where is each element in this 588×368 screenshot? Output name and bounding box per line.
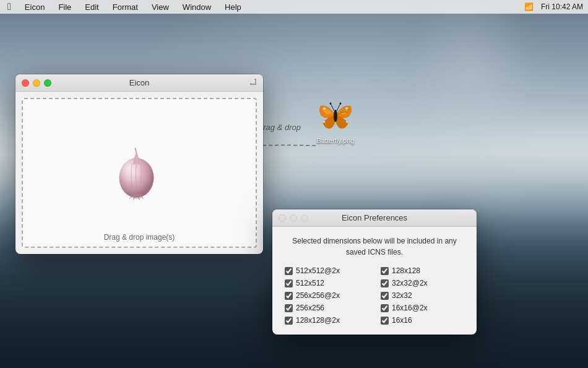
prefs-title: Eicon Preferences [342,213,407,222]
checkbox-4[interactable] [285,292,293,300]
svg-point-13 [330,103,332,105]
checkbox-item-8[interactable]: 128x128@2x [285,316,368,325]
prefs-checkboxes: 512x512@2x128x128512x51232x32@2x256x256@… [285,266,464,325]
checkbox-label-9: 16x16 [392,316,412,325]
eicon-window: Eicon [15,74,263,254]
menu-view[interactable]: View [149,1,171,13]
checkbox-label-8: 128x128@2x [296,316,340,325]
resize-icon[interactable] [249,78,258,87]
menu-file[interactable]: File [56,1,74,13]
butterfly-svg [318,99,353,133]
svg-line-2 [136,148,137,153]
apple-menu[interactable]:  [5,0,14,14]
close-button[interactable] [22,79,29,87]
prefs-close[interactable] [279,214,286,222]
menu-window[interactable]: Window [180,1,214,13]
prefs-traffic-lights [279,214,308,222]
prefs-content: Selected dimensions below will be includ… [272,227,477,325]
checkbox-item-1[interactable]: 128x128 [381,266,464,275]
garlic-image [109,142,165,204]
eicon-content[interactable]: Drag & drop image(s) [15,92,263,254]
checkbox-item-0[interactable]: 512x512@2x [285,266,368,275]
svg-point-3 [131,194,143,199]
checkbox-2[interactable] [285,279,293,287]
maximize-button[interactable] [44,79,51,87]
svg-point-14 [340,103,342,105]
svg-point-12 [334,110,337,122]
checkbox-3[interactable] [381,279,389,287]
menu-format[interactable]: Format [110,1,141,13]
checkbox-item-3[interactable]: 32x32@2x [381,279,464,287]
svg-point-11 [324,121,326,123]
checkbox-item-5[interactable]: 32x32 [381,291,464,300]
checkbox-label-2: 512x512 [296,279,324,287]
checkbox-label-3: 32x32@2x [392,279,428,287]
checkbox-item-6[interactable]: 256x256 [285,304,368,312]
svg-point-8 [345,107,348,110]
checkbox-5[interactable] [381,292,389,300]
prefs-minimize[interactable] [290,214,297,222]
drop-hint: Drag & drop image(s) [23,233,256,242]
minimize-button[interactable] [33,79,40,87]
checkbox-item-4[interactable]: 256x256@2x [285,291,368,300]
drop-zone[interactable]: Drag & drop image(s) [22,98,257,248]
menu-eicon[interactable]: Eicon [22,1,48,13]
checkbox-label-5: 32x32 [392,291,412,300]
prefs-maximize[interactable] [301,214,308,222]
checkbox-label-0: 512x512@2x [296,266,340,275]
menu-edit[interactable]: Edit [82,1,101,13]
window-title: Eicon [129,78,150,87]
checkbox-item-7[interactable]: 16x16@2x [381,304,464,312]
checkbox-label-1: 128x128 [392,266,420,275]
prefs-description: Selected dimensions below will be includ… [285,235,464,258]
clock: Fri 10:42 AM [541,2,583,11]
prefs-titlebar: Eicon Preferences [272,209,477,227]
traffic-lights [22,79,51,87]
eicon-titlebar: Eicon [15,74,263,92]
menubar:  Eicon File Edit Format View Window Hel… [0,0,588,14]
prefs-window: Eicon Preferences Selected dimensions be… [272,209,477,335]
checkbox-item-2[interactable]: 512x512 [285,279,368,287]
drag-drop-label: drag & drop [259,123,301,132]
butterfly-file[interactable]: Butterfly.png [316,96,355,144]
checkbox-label-6: 256x256 [296,304,324,312]
checkbox-label-7: 16x16@2x [392,304,428,312]
checkbox-7[interactable] [381,304,389,312]
svg-point-10 [346,121,348,123]
checkbox-6[interactable] [285,304,293,312]
checkbox-0[interactable] [285,267,293,275]
svg-point-9 [323,107,326,110]
butterfly-icon [316,96,355,136]
checkbox-item-9[interactable]: 16x16 [381,316,464,325]
checkbox-8[interactable] [285,317,293,325]
checkbox-1[interactable] [381,267,389,275]
menu-help[interactable]: Help [222,1,244,13]
checkbox-label-4: 256x256@2x [296,291,340,300]
butterfly-label: Butterfly.png [317,137,355,144]
menubar-right: 📶 Fri 10:42 AM [524,2,583,11]
desktop:  Eicon File Edit Format View Window Hel… [0,0,588,368]
wifi-icon: 📶 [524,2,534,11]
checkbox-9[interactable] [381,317,389,325]
